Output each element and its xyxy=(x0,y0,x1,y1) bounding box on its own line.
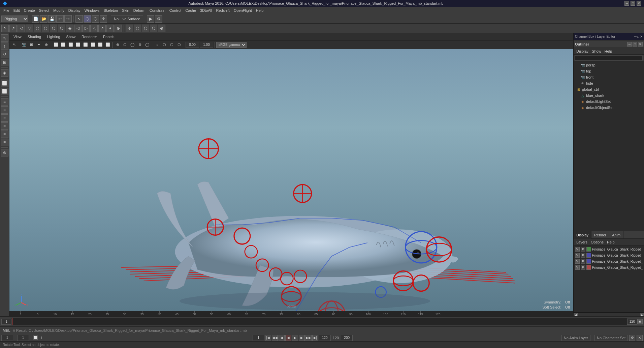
select-btn[interactable]: ↖ xyxy=(1,34,8,42)
l8[interactable]: ≡ xyxy=(1,139,8,146)
next-frame-btn[interactable]: ▶ xyxy=(299,335,305,341)
vp-t11[interactable]: ⬜ xyxy=(97,41,104,48)
menu-create[interactable]: Create xyxy=(22,8,37,13)
tree-item-blue_shark[interactable]: △blue_shark xyxy=(574,92,644,98)
timeline-track[interactable] xyxy=(11,318,627,325)
vp-num1[interactable] xyxy=(186,42,199,48)
vp-menu-show[interactable]: Show xyxy=(64,34,78,39)
vp-t1[interactable]: ↖ xyxy=(11,41,18,48)
layer-v-btn-3[interactable]: V xyxy=(575,265,580,270)
prev-frame-btn[interactable]: ◀ xyxy=(279,335,285,341)
vp-t18[interactable]: ↔ xyxy=(154,41,160,48)
tree-item-persp[interactable]: 📷persp xyxy=(574,62,644,68)
right-panel-close[interactable]: ✕ xyxy=(640,35,643,38)
vp-num2[interactable] xyxy=(200,42,213,48)
layer-p-btn-2[interactable]: P xyxy=(581,259,585,264)
scroll-left-btn[interactable]: ◀ xyxy=(574,313,578,316)
t10[interactable]: ▷ xyxy=(82,25,90,32)
end-frame-input[interactable] xyxy=(627,319,637,325)
vp-menu-shading[interactable]: Shading xyxy=(25,34,44,39)
prev-key-btn[interactable]: ◀◀ xyxy=(272,335,278,341)
menu-modify[interactable]: Modify xyxy=(51,8,66,13)
vp-t9[interactable]: ⬜ xyxy=(82,41,89,48)
vp-t12[interactable]: ⬜ xyxy=(104,41,111,48)
layer-item-0[interactable]: VPPrionace_Glauca_Shark_Rigged_ xyxy=(574,246,644,252)
t4[interactable]: ⬡ xyxy=(34,25,41,32)
vp-t15[interactable]: ◯ xyxy=(129,41,136,48)
layer-v-btn-1[interactable]: V xyxy=(575,253,580,258)
vp-t17[interactable]: ◯ xyxy=(144,41,151,48)
outliner-close-btn[interactable]: ✕ xyxy=(638,42,643,47)
layer-item-2[interactable]: VPPrionace_Glauca_Shark_Rigged_ xyxy=(574,258,644,264)
vp-cam-btn[interactable]: 📷 xyxy=(21,41,27,48)
undo-btn[interactable]: ↩ xyxy=(56,15,64,23)
vp-t5[interactable]: ⬜ xyxy=(53,41,59,48)
outliner-help[interactable]: Help xyxy=(603,49,614,53)
cb-help[interactable]: Help xyxy=(606,240,616,244)
viewport-canvas[interactable]: Y X Z persp Symmetry: Off Soft Select: O… xyxy=(9,49,573,311)
right-panel-restore[interactable]: □ xyxy=(637,35,639,38)
menu-control[interactable]: Control xyxy=(167,8,183,13)
cb-tab-display[interactable]: Display xyxy=(574,231,591,239)
vp-t16[interactable]: ⊕ xyxy=(136,41,143,48)
close-btn2[interactable]: ✕ xyxy=(637,335,643,341)
cb-layers[interactable]: Layers xyxy=(575,240,589,244)
preferences-btn[interactable]: ⚙ xyxy=(629,335,635,341)
mode-select[interactable]: Rigging xyxy=(1,16,28,22)
outliner-search-input[interactable] xyxy=(575,55,643,61)
cb-tab-render[interactable]: Render xyxy=(591,231,609,239)
vp-t2[interactable]: ⊞ xyxy=(28,41,35,48)
t11[interactable]: △ xyxy=(90,25,98,32)
vp-t8[interactable]: ⬜ xyxy=(75,41,82,48)
tree-item-defaultLightSet[interactable]: ◈defaultLightSet xyxy=(574,98,644,105)
menu-skin[interactable]: Skin xyxy=(120,8,131,13)
lasso-select-btn[interactable]: ⬡ xyxy=(84,15,91,23)
rotate-tool-btn[interactable]: ↺ xyxy=(1,51,8,58)
outliner-restore-btn[interactable]: □ xyxy=(633,42,637,47)
vp-t14[interactable]: ⬡ xyxy=(122,41,128,48)
l9[interactable]: ⊕ xyxy=(1,149,8,156)
t8[interactable]: ◈ xyxy=(66,25,73,32)
layer-p-btn-0[interactable]: P xyxy=(581,247,585,252)
outliner-minimize-btn[interactable]: ─ xyxy=(627,42,632,47)
t15[interactable]: ✛ xyxy=(126,25,133,32)
l1[interactable]: ⬜ xyxy=(1,80,8,87)
vp-t21[interactable]: ⬡ xyxy=(176,41,183,48)
t18[interactable]: ⬡ xyxy=(150,25,157,32)
menu-skeleton[interactable]: Skeleton xyxy=(101,8,120,13)
vp-t20[interactable]: ⬡ xyxy=(168,41,175,48)
layer-v-btn-0[interactable]: V xyxy=(575,247,580,252)
vp-menu-view[interactable]: View xyxy=(11,34,24,39)
layer-p-btn-3[interactable]: P xyxy=(581,265,585,270)
save-scene-btn[interactable]: 💾 xyxy=(48,15,56,23)
vp-t19[interactable]: ⬡ xyxy=(161,41,168,48)
select-tool-btn[interactable]: ↖ xyxy=(75,15,83,23)
scale-tool-btn[interactable]: ⊞ xyxy=(1,59,8,66)
vp-gamma-select[interactable]: sRGB gamma xyxy=(216,42,247,48)
move-tool-btn[interactable]: ↕ xyxy=(1,42,8,50)
close-button[interactable]: ✕ xyxy=(637,1,641,6)
next-key-btn[interactable]: ▶▶ xyxy=(305,335,312,341)
tree-item-defaultObjectSet[interactable]: ◈defaultObjectSet xyxy=(574,105,644,111)
move-btn[interactable]: ✛ xyxy=(100,15,107,23)
range-start-input[interactable] xyxy=(253,335,264,341)
redo-btn[interactable]: ↪ xyxy=(64,15,72,23)
new-scene-btn[interactable]: 📄 xyxy=(32,15,39,23)
l6[interactable]: ≡ xyxy=(1,122,8,130)
l7[interactable]: ≡ xyxy=(1,130,8,138)
t6[interactable]: ⬡ xyxy=(50,25,57,32)
t19[interactable]: ⊕ xyxy=(158,25,165,32)
start-frame-input[interactable] xyxy=(1,319,11,325)
menu-select[interactable]: Select xyxy=(37,8,52,13)
menu-file[interactable]: File xyxy=(1,8,11,13)
go-end-btn[interactable]: ▶| xyxy=(312,335,318,341)
tree-item-global_ctrl[interactable]: ⊞global_ctrl xyxy=(574,86,644,92)
frame-input2[interactable] xyxy=(17,335,29,341)
layer-item-3[interactable]: VPPrionace_Glauca_Shark_Rigged_ xyxy=(574,264,644,270)
t1[interactable]: ↗ xyxy=(9,25,17,32)
cb-tab-anim[interactable]: Anim xyxy=(609,231,623,239)
t17[interactable]: ⬡ xyxy=(142,25,149,32)
vp-t10[interactable]: ⬜ xyxy=(90,41,96,48)
render-btn[interactable]: ▶ xyxy=(147,15,154,23)
tree-item-front[interactable]: 📷front xyxy=(574,74,644,80)
